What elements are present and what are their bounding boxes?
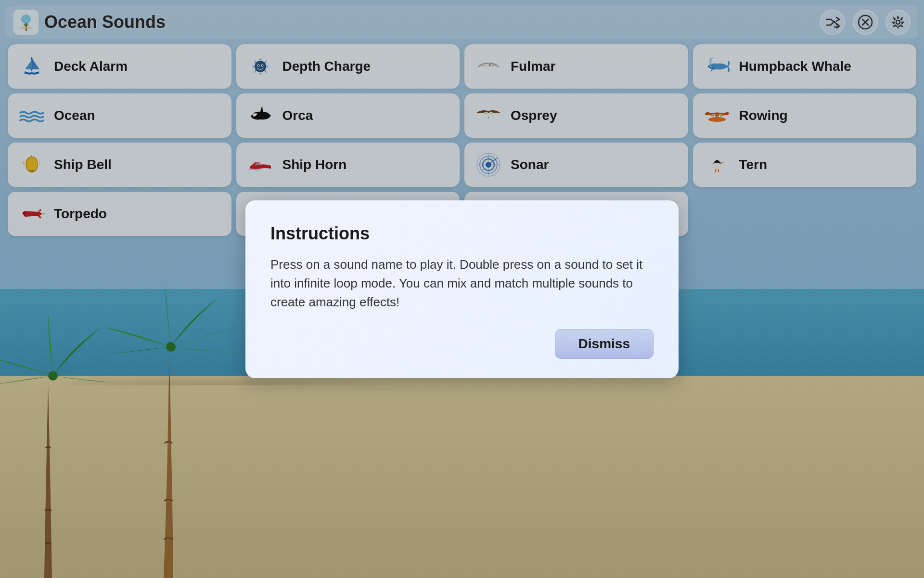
modal-title: Instructions bbox=[270, 223, 654, 244]
modal-body: Press on a sound name to play it. Double… bbox=[270, 255, 654, 312]
instructions-modal: Instructions Press on a sound name to pl… bbox=[245, 200, 679, 378]
modal-footer: Dismiss bbox=[270, 329, 654, 359]
modal-overlay: Instructions Press on a sound name to pl… bbox=[0, 0, 924, 578]
dismiss-button[interactable]: Dismiss bbox=[555, 329, 654, 359]
